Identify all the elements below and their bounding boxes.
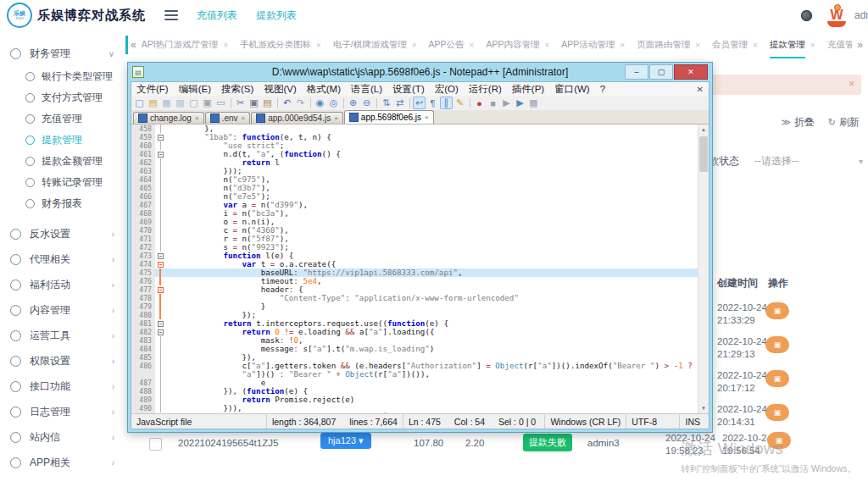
fold-margin[interactable] xyxy=(155,260,165,268)
tab-close-icon[interactable]: × xyxy=(544,41,549,50)
file-tab-app.000e9d54.js[interactable]: app.000e9d54.js× xyxy=(251,112,343,124)
tab-提款管理[interactable]: 提款管理× xyxy=(770,30,815,59)
fold-margin[interactable] xyxy=(155,396,165,404)
stop-macro-icon[interactable]: ■ xyxy=(487,97,499,109)
sidebar-group-item[interactable]: 反水设置› xyxy=(0,221,125,246)
tab-close-icon[interactable]: × xyxy=(412,41,417,50)
tab-充值管[interactable]: 充值管× xyxy=(827,30,853,59)
find-icon[interactable]: ◉ xyxy=(314,97,326,109)
tab-close-icon[interactable]: × xyxy=(316,41,321,50)
file-tab-close-icon[interactable]: × xyxy=(334,114,338,122)
tab-close-icon[interactable]: × xyxy=(753,41,758,50)
tab-APP活动管理[interactable]: APP活动管理× xyxy=(561,30,625,59)
fold-margin[interactable] xyxy=(155,353,165,362)
menu-插件(P)[interactable]: 插件(P) xyxy=(507,83,549,96)
open-folder-icon[interactable]: ▤ xyxy=(147,97,159,109)
topnav-withdraw-list[interactable]: 提款列表 xyxy=(256,8,297,23)
sidebar-group-item[interactable]: 日志管理› xyxy=(0,399,125,424)
fold-margin[interactable] xyxy=(155,370,165,379)
tab-close-icon[interactable]: × xyxy=(810,41,815,50)
fold-margin[interactable] xyxy=(155,319,165,328)
sidebar-item-财务报表[interactable]: 财务报表 xyxy=(0,193,125,214)
menu-设置(T)[interactable]: 设置(T) xyxy=(387,83,430,96)
fold-margin[interactable] xyxy=(155,387,165,396)
menu-视图(V)[interactable]: 视图(V) xyxy=(259,83,301,96)
fold-margin[interactable] xyxy=(155,345,165,353)
new-file-icon[interactable]: ▢ xyxy=(133,97,146,109)
language-globe-icon[interactable] xyxy=(801,10,812,21)
fold-margin[interactable] xyxy=(155,235,165,243)
notepad-title-bar[interactable]: ▤ D:\www\wap\static\js\app.5698f0e6.js -… xyxy=(131,63,709,81)
sidebar-item-提款管理[interactable]: 提款管理 xyxy=(0,130,125,151)
tab-close-icon[interactable]: × xyxy=(695,41,700,50)
menu-格式(M)[interactable]: 格式(M) xyxy=(302,83,346,96)
fold-margin[interactable] xyxy=(155,150,165,158)
tab-电子/棋牌游戏管理[interactable]: 电子/棋牌游戏管理× xyxy=(333,30,417,59)
row-checkbox[interactable] xyxy=(149,438,162,451)
fold-margin[interactable] xyxy=(155,311,165,319)
fold-margin[interactable] xyxy=(155,252,165,260)
row-action-button[interactable]: ▣ xyxy=(765,370,789,387)
fold-margin[interactable] xyxy=(155,268,165,277)
row-action-button[interactable]: ▣ xyxy=(765,336,789,353)
fold-margin[interactable] xyxy=(155,201,165,209)
fold-margin[interactable] xyxy=(155,243,165,252)
tab-close-icon[interactable]: × xyxy=(620,41,625,50)
sidebar-group-item[interactable]: 站内信› xyxy=(0,424,125,450)
word-wrap-icon[interactable]: ↩ xyxy=(413,97,426,109)
indent-guide-icon[interactable]: ∥ xyxy=(440,97,453,109)
tab-API热门游戏厅管理[interactable]: API热门游戏厅管理× xyxy=(142,30,228,59)
menu-窗口(W)[interactable]: 窗口(W) xyxy=(549,83,595,96)
tab-close-icon[interactable]: × xyxy=(470,41,475,50)
replace-icon[interactable]: ◎ xyxy=(327,97,340,109)
sidebar-item-充值管理[interactable]: 充值管理 xyxy=(0,108,125,130)
save-macro-icon[interactable]: ▦ xyxy=(527,97,540,109)
fold-margin[interactable] xyxy=(155,277,165,285)
topnav-recharge-list[interactable]: 充值列表 xyxy=(197,8,237,23)
fold-margin[interactable] xyxy=(155,302,165,311)
file-tab-app.5698f0e6.js[interactable]: app.5698f0e6.js× xyxy=(344,110,434,124)
file-tab-change.log[interactable]: change.log× xyxy=(133,112,204,124)
run-macro-multiple-icon[interactable]: ▶ xyxy=(514,97,526,109)
redo-icon[interactable]: ↷ xyxy=(294,97,307,109)
sidebar-group-item[interactable]: 内容管理› xyxy=(0,297,125,323)
menu-?[interactable]: ? xyxy=(595,84,610,94)
show-all-characters-icon[interactable]: ¶ xyxy=(426,97,439,109)
sidebar-group-item[interactable]: 运营工具› xyxy=(0,323,125,348)
zoom-in-icon[interactable]: ⊕ xyxy=(347,97,359,109)
vertical-scrollbar[interactable]: ▲ ▼ xyxy=(698,125,709,413)
fold-margin[interactable] xyxy=(155,175,165,184)
fold-margin[interactable] xyxy=(155,158,165,167)
row-action-button[interactable]: ▣ xyxy=(765,404,789,421)
fold-margin[interactable] xyxy=(155,336,165,345)
sidebar-group-item[interactable]: 接口功能› xyxy=(0,374,125,399)
code-editor[interactable]: 458 },459 "1bab": function(e, t, n) {460… xyxy=(131,125,709,413)
row-action-button[interactable]: ▣ xyxy=(765,302,789,319)
sidebar-item-银行卡类型管理[interactable]: 银行卡类型管理 xyxy=(0,66,125,87)
fold-margin[interactable] xyxy=(155,133,165,141)
tab-APP公告[interactable]: APP公告× xyxy=(429,30,475,59)
zoom-out-icon[interactable]: ⊖ xyxy=(360,97,373,109)
sidebar-item-提款金额管理[interactable]: 提款金额管理 xyxy=(0,151,125,172)
scrollbar-thumb[interactable] xyxy=(699,136,708,172)
menu-文件(F)[interactable]: 文件(F) xyxy=(131,83,174,96)
close-icon[interactable]: ▢ xyxy=(187,97,200,109)
menu-语言(L)[interactable]: 语言(L) xyxy=(346,83,387,96)
fold-margin[interactable] xyxy=(155,226,165,235)
menu-运行(R)[interactable]: 运行(R) xyxy=(464,83,507,96)
save-all-icon[interactable]: ▩ xyxy=(174,97,186,109)
menu-编辑(E)[interactable]: 编辑(E) xyxy=(174,83,216,96)
file-tab-.env[interactable]: .env× xyxy=(205,112,251,124)
sidebar-toggle-icon[interactable] xyxy=(164,10,178,20)
window-close-button[interactable]: ✕ xyxy=(674,64,708,80)
fold-margin[interactable] xyxy=(155,209,165,218)
fold-margin[interactable] xyxy=(155,192,165,201)
withdraw-status-select[interactable]: --请选择-- ▾ xyxy=(754,154,863,169)
sync-vertical-icon[interactable]: ⇅ xyxy=(380,97,392,109)
fold-margin[interactable] xyxy=(155,125,165,133)
paste-icon[interactable]: ▤ xyxy=(261,97,274,109)
play-macro-icon[interactable]: ▶ xyxy=(500,97,513,109)
sidebar-item-转账记录管理[interactable]: 转账记录管理 xyxy=(0,172,125,193)
fold-margin[interactable] xyxy=(155,294,165,302)
fold-margin[interactable] xyxy=(155,404,165,412)
